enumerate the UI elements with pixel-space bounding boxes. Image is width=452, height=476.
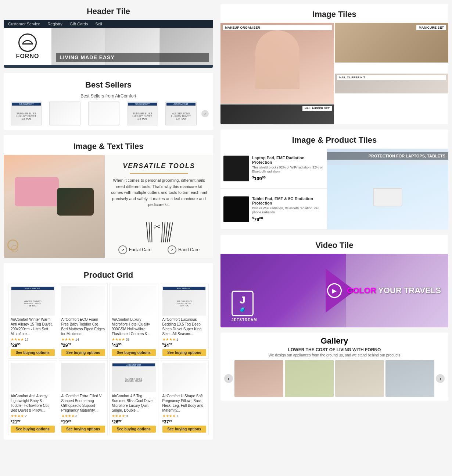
product-name-8: AirComfort U Shape Soft Pregnancy Pillow… <box>162 394 207 413</box>
carousel-item-5[interactable]: AIRCOMFORT ALL SEASONSLUXURY DUVET1.5 TO… <box>163 102 199 125</box>
video-headline-color: COLOR <box>347 286 376 295</box>
product-card-img-6 <box>61 363 105 392</box>
product-card-8: AirComfort U Shape Soft Pregnancy Pillow… <box>160 360 209 435</box>
price-2: $2999 <box>61 342 105 348</box>
gallery-title: Gallery <box>224 336 445 346</box>
image-text-inner: VERSATILE TOOLS When it comes to persona… <box>4 155 213 258</box>
nav-sell[interactable]: Sell <box>95 22 102 26</box>
stars-6: ★★★★ <box>61 414 75 418</box>
product-name-6: AirComfort Extra Filled V Shaped Boomera… <box>61 394 105 413</box>
product-list-price-2: $7900 <box>252 216 324 222</box>
buy-btn-2[interactable]: See buying options <box>61 349 105 356</box>
product-grid: AIRCOMFORT WINTER NIGHTSLUXURY DUVET15 T… <box>8 284 209 435</box>
image-tiles-title: Image Tiles <box>220 7 448 19</box>
video-brand-name: JETSTREAM <box>232 318 257 322</box>
product-badge-grid-1: AIRCOMFORT <box>11 287 54 290</box>
price-5: $2199 <box>11 419 55 425</box>
gallery-images <box>234 360 434 397</box>
product-badge-grid-7: AIRCOMFORT <box>112 363 155 366</box>
product-name-1: AirComfort Winter Warm Anti Allergy 15 T… <box>11 317 55 336</box>
img-product-title: Image & Product Tiles <box>220 132 448 145</box>
price-4: $3499 <box>162 342 207 348</box>
buy-btn-6[interactable]: See buying options <box>61 426 105 433</box>
best-sellers-carousel: AIRCOMFORT SUMMER BLISSLUXURY DUVET1.5 T… <box>8 102 209 125</box>
image-tiles-grid: MAKEUP ORGANISER MANICURE SET NAIL CLIPP… <box>220 23 448 124</box>
nav-gift-cards[interactable]: Gift Cards <box>70 22 88 26</box>
gallery-desc: We design our appliances from the ground… <box>224 353 445 357</box>
carousel-item-4[interactable]: AIRCOMFORT SUMMER BLISSLUXURY DUVET1.5 T… <box>124 102 161 125</box>
star-count-8: 1 <box>176 414 179 418</box>
stars-2: ★★★★ <box>61 337 75 341</box>
product-list-item-2[interactable]: Tablet Pad, EMF & 5G Radiation Protectio… <box>220 189 327 230</box>
product-card-img-5 <box>11 363 55 392</box>
gallery-img-1 <box>234 360 283 397</box>
price-8: $3799 <box>162 419 207 425</box>
price-6: $1999 <box>61 419 105 425</box>
video-play-btn[interactable]: ▶ <box>327 283 342 298</box>
buy-btn-8[interactable]: See buying options <box>162 426 207 433</box>
tagline: LIVING MADE EASY <box>56 53 209 62</box>
gallery-img-4 <box>385 360 434 397</box>
buy-btn-5[interactable]: See buying options <box>11 426 55 433</box>
product-list-item-1[interactable]: Laptop Pad, EMF Radiation Protection Thi… <box>220 149 327 189</box>
tile-label-makeup: MAKEUP ORGANISER <box>223 25 332 30</box>
product-list-name-1: Laptop Pad, EMF Radiation Protection <box>252 156 324 164</box>
price-7: $2699 <box>112 419 156 425</box>
gallery-next-arrow[interactable]: › <box>436 374 445 383</box>
price-1: $2999 <box>11 342 55 348</box>
product-badge-grid-4: AIRCOMFORT <box>163 287 206 290</box>
carousel-item-2[interactable] <box>47 102 83 125</box>
product-img-5: AIRCOMFORT ALL SEASONSLUXURY DUVET1.5 TO… <box>165 102 197 125</box>
nav-registry[interactable]: Registry <box>47 22 62 26</box>
gallery-prev-arrow[interactable]: ‹ <box>224 374 233 383</box>
img-tile-nipper[interactable]: NAIL NIPPER SET <box>220 104 334 124</box>
product-card-2: AirComfort ECO Foam Free Baby Toddler Co… <box>59 284 108 359</box>
buy-btn-4[interactable]: See buying options <box>162 349 207 356</box>
product-list-info-2: Tablet Pad, EMF & 5G Radiation Protectio… <box>252 196 324 223</box>
video-tile-inner[interactable]: ▶ J 🧳 JETSTREAM COLOR YOUR TRAVELS <box>220 254 448 327</box>
product-card-img-3 <box>112 286 156 316</box>
carousel-item-1[interactable]: AIRCOMFORT SUMMER BLISSLUXURY DUVET1.5 T… <box>8 102 44 125</box>
img-tile-clipper[interactable]: NAIL CLIPPER KIT <box>335 74 448 93</box>
img-product-inner: Laptop Pad, EMF Radiation Protection Thi… <box>220 149 448 230</box>
facial-care-link[interactable]: ↗ Facial Care <box>118 245 151 254</box>
img-tile-luggage[interactable]: MANICURE SET <box>335 23 448 63</box>
product-name-2: AirComfort ECO Foam Free Baby Toddler Co… <box>61 317 105 336</box>
facial-care-icon: ↗ <box>118 245 127 254</box>
buy-btn-3[interactable]: See buying options <box>112 349 156 356</box>
product-badge-5: AIRCOMFORT <box>166 103 195 106</box>
product-grid-title: Product Grid <box>8 270 209 280</box>
product-name-7: AirComfort 4.5 Tog Summer Bliss Cool Duv… <box>112 394 156 413</box>
header-tile-body: FORNO LIVING MADE EASY <box>4 28 213 65</box>
hand-care-link[interactable]: ↗ Hand Care <box>168 245 200 254</box>
product-img-2 <box>49 102 80 125</box>
gallery-subtitle: LOWER THE COST OF LIVING WITH FORNO <box>224 347 445 352</box>
product-grid-section: Product Grid AIRCOMFORT WINTER NIGHTSLUX… <box>4 263 213 440</box>
logo-circle <box>18 33 37 52</box>
product-name-4: AirComfort Luxurious Bedding 10.5 Tog De… <box>162 317 207 336</box>
header-nav: Customer Service Registry Gift Cards Sel… <box>4 20 213 28</box>
care-links: ↗ Facial Care ↗ Hand Care <box>110 245 208 254</box>
nav-customer-service[interactable]: Customer Service <box>8 22 40 26</box>
buy-btn-1[interactable]: See buying options <box>11 349 55 356</box>
product-name-5: AirComfort Anti Allergy Lightweight Baby… <box>11 394 55 413</box>
star-count-6: 3 <box>75 414 78 418</box>
carousel-item-3[interactable] <box>85 102 122 125</box>
video-logo: J 🧳 JETSTREAM <box>232 291 257 322</box>
image-text-title: Image & Text Tiles <box>4 138 213 151</box>
buy-btn-7[interactable]: See buying options <box>112 426 156 433</box>
carousel-next-arrow[interactable]: › <box>201 110 209 117</box>
product-badge-4: AIRCOMFORT <box>128 103 157 106</box>
product-badge: AIRCOMFORT <box>12 103 41 106</box>
product-list-img-2 <box>223 196 249 222</box>
product-list-desc-2: Blocks WiFi radiation, Bluetooth radiati… <box>252 206 324 215</box>
promo-banner: PROTECTION FOR LAPTOPS, TABLETS <box>327 152 448 160</box>
img-tile-woman[interactable]: MAKEUP ORGANISER <box>220 23 334 104</box>
best-sellers-section: Best Sellers Best Sellers from AirComfor… <box>4 73 213 130</box>
product-img: AIRCOMFORT SUMMER BLISSLUXURY DUVET1.5 T… <box>11 102 42 125</box>
product-name-3: AirComfort Luxury Microfibre Hotel Quali… <box>112 317 156 336</box>
video-logo-icon: J 🧳 <box>232 291 254 316</box>
header-banner: LIVING MADE EASY <box>51 28 213 65</box>
product-list-left: Laptop Pad, EMF Radiation Protection Thi… <box>220 149 327 230</box>
img-product-section: Image & Product Tiles Laptop Pad, EMF Ra… <box>220 129 448 230</box>
